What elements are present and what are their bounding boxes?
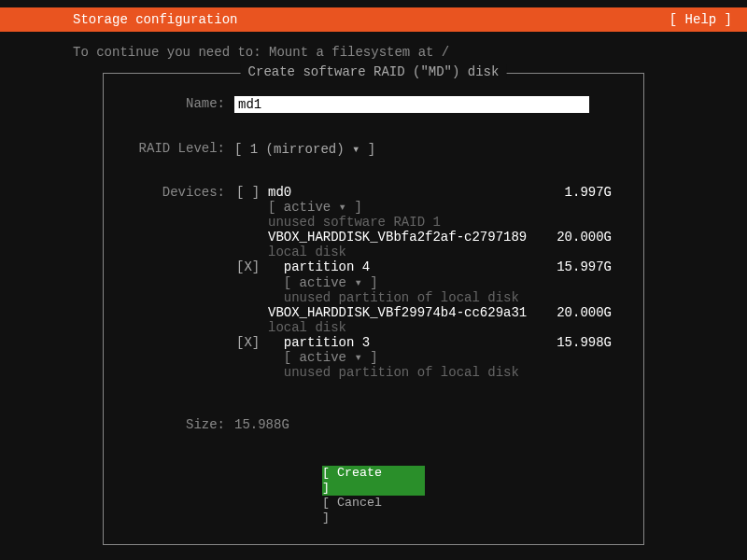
device-desc: unused software RAID 1 bbox=[268, 215, 615, 230]
devices-list: [ ]md01.997G[ active ▾ ]unused software … bbox=[234, 185, 615, 380]
device-name: partition 4 bbox=[268, 259, 541, 274]
device-size: 20.000G bbox=[541, 230, 615, 245]
name-label: Name: bbox=[132, 96, 234, 113]
raid-level-select[interactable]: [ 1 (mirrored) ▾ ] bbox=[234, 141, 375, 157]
hint-text: To continue you need to: Mount a filesys… bbox=[0, 32, 747, 67]
device-checkbox[interactable]: [X] bbox=[234, 335, 268, 350]
device-checkbox bbox=[234, 230, 268, 245]
device-size: 15.997G bbox=[541, 259, 615, 274]
raid-dialog: Create software RAID ("MD") disk Name: R… bbox=[103, 73, 644, 545]
size-label: Size: bbox=[132, 417, 234, 432]
topbar: Storage configuration [ Help ] bbox=[0, 7, 747, 32]
device-row[interactable]: [X] partition 315.998G bbox=[234, 335, 615, 350]
device-name: md0 bbox=[268, 185, 541, 200]
device-status-select[interactable]: [ active ▾ ] bbox=[268, 200, 615, 215]
device-checkbox bbox=[234, 305, 268, 320]
device-desc: local disk bbox=[268, 245, 615, 259]
device-checkbox[interactable]: [ ] bbox=[234, 185, 268, 200]
raid-level-label: RAID Level: bbox=[132, 141, 234, 157]
device-name: VBOX_HARDDISK_VBf29974b4-cc629a31 bbox=[268, 305, 541, 320]
device-desc: unused partition of local disk bbox=[268, 365, 615, 380]
device-size: 15.998G bbox=[541, 335, 615, 350]
devices-label: Devices: bbox=[132, 185, 234, 380]
device-name: VBOX_HARDDISK_VBbfa2f2af-c2797189 bbox=[268, 230, 541, 245]
device-row: VBOX_HARDDISK_VBbfa2f2af-c279718920.000G bbox=[234, 230, 615, 245]
device-row[interactable]: [X] partition 415.997G bbox=[234, 259, 615, 274]
device-desc: local disk bbox=[268, 320, 615, 335]
device-row: VBOX_HARDDISK_VBf29974b4-cc629a3120.000G bbox=[234, 305, 615, 320]
device-size: 1.997G bbox=[541, 185, 615, 200]
page-title: Storage configuration bbox=[73, 12, 237, 27]
create-button[interactable]: [ Create] bbox=[322, 466, 425, 496]
device-name: partition 3 bbox=[268, 335, 541, 350]
cancel-button[interactable]: [ Cancel] bbox=[322, 496, 425, 525]
help-button[interactable]: [ Help ] bbox=[669, 12, 732, 27]
dialog-title: Create software RAID ("MD") disk bbox=[241, 64, 507, 79]
device-desc: unused partition of local disk bbox=[268, 290, 615, 305]
device-status-select[interactable]: [ active ▾ ] bbox=[268, 275, 615, 290]
device-size: 20.000G bbox=[541, 305, 615, 320]
device-status-select[interactable]: [ active ▾ ] bbox=[268, 350, 615, 365]
size-value: 15.988G bbox=[234, 417, 289, 432]
device-row[interactable]: [ ]md01.997G bbox=[234, 185, 615, 200]
device-checkbox[interactable]: [X] bbox=[234, 259, 268, 274]
name-input[interactable] bbox=[234, 96, 589, 113]
